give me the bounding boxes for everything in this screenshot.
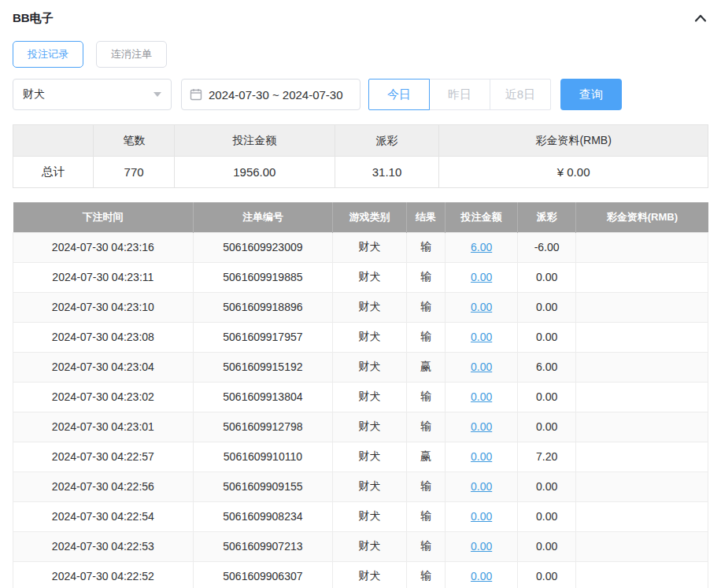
bet-amount-cell: 0.00 — [446, 262, 518, 292]
bonus-cell — [576, 322, 708, 352]
bet-amount-cell: 0.00 — [446, 352, 518, 382]
header-bet-amount: 投注金额 — [446, 202, 518, 232]
header-result: 结果 — [406, 202, 445, 232]
table-row: 2024-07-30 04:23:105061609918896财犬输0.000… — [13, 292, 708, 322]
payout-cell: 0.00 — [518, 531, 576, 561]
table-row: 2024-07-30 04:23:045061609915192财犬赢0.006… — [13, 352, 708, 382]
bet-time-cell: 2024-07-30 04:22:56 — [13, 472, 194, 501]
payout-cell: -6.00 — [518, 232, 576, 262]
bet-amount-link[interactable]: 6.00 — [471, 241, 492, 253]
result-cell: 赢 — [406, 352, 445, 382]
bet-time-cell: 2024-07-30 04:23:16 — [13, 232, 194, 262]
bonus-cell — [576, 531, 708, 561]
bet-amount-link[interactable]: 0.00 — [471, 301, 492, 313]
order-no-cell: 5061609909155 — [193, 472, 332, 501]
bet-table-header-row: 下注时间 注单编号 游戏类别 结果 投注金额 派彩 彩金资料(RMB) — [13, 202, 708, 232]
quick-range-last-8-days[interactable]: 近8日 — [490, 79, 551, 110]
order-no-cell: 5061609913804 — [193, 382, 332, 412]
search-button[interactable]: 查询 — [560, 79, 622, 110]
bet-time-cell: 2024-07-30 04:23:04 — [13, 352, 194, 382]
bet-time-cell: 2024-07-30 04:23:01 — [13, 412, 194, 442]
bet-amount-cell: 0.00 — [446, 472, 518, 501]
payout-cell: 7.20 — [518, 442, 576, 472]
table-row: 2024-07-30 04:23:165061609923009财犬输6.00-… — [13, 232, 708, 262]
bet-amount-cell: 0.00 — [446, 501, 518, 531]
bet-amount-link[interactable]: 0.00 — [471, 361, 492, 373]
game-type-cell: 财犬 — [333, 232, 407, 262]
bet-time-cell: 2024-07-30 04:23:08 — [13, 322, 194, 352]
payout-cell: 6.00 — [518, 352, 576, 382]
bet-amount-cell: 0.00 — [446, 561, 518, 588]
collapse-button[interactable] — [693, 12, 708, 24]
bet-amount-cell: 0.00 — [446, 322, 518, 352]
game-type-cell: 财犬 — [333, 352, 407, 382]
result-cell: 赢 — [406, 442, 445, 472]
bet-time-cell: 2024-07-30 04:22:54 — [13, 501, 194, 531]
order-no-cell: 5061609923009 — [193, 232, 332, 262]
game-type-cell: 财犬 — [333, 262, 407, 292]
bet-amount-link[interactable]: 0.00 — [471, 331, 492, 343]
table-row: 2024-07-30 04:22:535061609907213财犬输0.000… — [13, 531, 708, 561]
game-type-cell: 财犬 — [333, 412, 407, 442]
bet-amount-cell: 0.00 — [446, 412, 518, 442]
game-type-cell: 财犬 — [333, 442, 407, 472]
summary-header-row: 笔数 投注金额 派彩 彩金资料(RMB) — [13, 125, 708, 157]
table-row: 2024-07-30 04:22:565061609909155财犬输0.000… — [13, 472, 708, 501]
table-row: 2024-07-30 04:23:015061609912798财犬输0.000… — [13, 412, 708, 442]
bonus-cell — [576, 262, 708, 292]
payout-cell: 0.00 — [518, 292, 576, 322]
bet-amount-cell: 0.00 — [446, 382, 518, 412]
bonus-cell — [576, 442, 708, 472]
bet-amount-link[interactable]: 0.00 — [471, 420, 492, 433]
bet-amount-link[interactable]: 0.00 — [471, 271, 492, 283]
table-row: 2024-07-30 04:23:085061609917957财犬输0.000… — [13, 322, 708, 352]
result-cell: 输 — [406, 322, 445, 352]
summary-total-row: 总计 770 1956.00 31.10 ¥ 0.00 — [13, 157, 708, 188]
quick-range-yesterday[interactable]: 昨日 — [429, 79, 490, 110]
tab-cancelled-orders[interactable]: 连消注单 — [96, 41, 167, 68]
panel-header: BB电子 — [13, 6, 708, 30]
summary-total-bonus: ¥ 0.00 — [439, 157, 708, 188]
summary-header-bonus: 彩金资料(RMB) — [439, 125, 708, 157]
chevron-down-icon — [153, 92, 161, 97]
result-cell: 输 — [406, 292, 445, 322]
table-row: 2024-07-30 04:22:545061609908234财犬输0.000… — [13, 501, 708, 531]
bet-time-cell: 2024-07-30 04:22:52 — [13, 561, 194, 588]
bet-amount-link[interactable]: 0.00 — [471, 480, 492, 493]
bonus-cell — [576, 561, 708, 588]
tab-bet-records[interactable]: 投注记录 — [13, 41, 83, 68]
game-select-value: 财犬 — [23, 87, 45, 102]
bonus-cell — [576, 501, 708, 531]
result-cell: 输 — [406, 501, 445, 531]
bonus-cell — [576, 232, 708, 262]
bet-amount-cell: 0.00 — [446, 531, 518, 561]
table-row: 2024-07-30 04:23:025061609913804财犬输0.000… — [13, 382, 708, 412]
quick-range-group: 今日 昨日 近8日 — [368, 79, 551, 110]
summary-table: 笔数 投注金额 派彩 彩金资料(RMB) 总计 770 1956.00 31.1… — [13, 124, 708, 188]
game-type-cell: 财犬 — [333, 561, 407, 588]
bonus-cell — [576, 472, 708, 501]
date-range-input[interactable]: 2024-07-30 ~ 2024-07-30 — [181, 79, 360, 110]
order-no-cell: 5061609917957 — [193, 322, 332, 352]
page-title: BB电子 — [13, 11, 54, 26]
summary-total-payout: 31.10 — [335, 157, 438, 188]
order-no-cell: 5061609908234 — [193, 501, 332, 531]
game-select[interactable]: 财犬 — [13, 79, 172, 110]
bet-amount-link[interactable]: 0.00 — [471, 450, 492, 463]
bet-amount-link[interactable]: 0.00 — [471, 510, 492, 523]
bet-time-cell: 2024-07-30 04:23:02 — [13, 382, 194, 412]
filter-bar: 财犬 2024-07-30 ~ 2024-07-30 今日 昨日 近8日 查询 — [13, 79, 708, 110]
table-row: 2024-07-30 04:22:525061609906307财犬输0.000… — [13, 561, 708, 588]
bet-time-cell: 2024-07-30 04:23:10 — [13, 292, 194, 322]
payout-cell: 0.00 — [518, 561, 576, 588]
bet-amount-link[interactable]: 0.00 — [471, 570, 492, 582]
bet-amount-link[interactable]: 0.00 — [471, 540, 492, 553]
summary-total-count: 770 — [94, 157, 174, 188]
order-no-cell: 5061609918896 — [193, 292, 332, 322]
bet-amount-link[interactable]: 0.00 — [471, 390, 492, 403]
header-order-no: 注单编号 — [193, 202, 332, 232]
order-no-cell: 5061609907213 — [193, 531, 332, 561]
quick-range-today[interactable]: 今日 — [368, 79, 430, 110]
payout-cell: 0.00 — [518, 412, 576, 442]
bb-electronic-panel: BB电子 投注记录 连消注单 财犬 2024-07-30 ~ 2024-07-3… — [0, 0, 721, 588]
